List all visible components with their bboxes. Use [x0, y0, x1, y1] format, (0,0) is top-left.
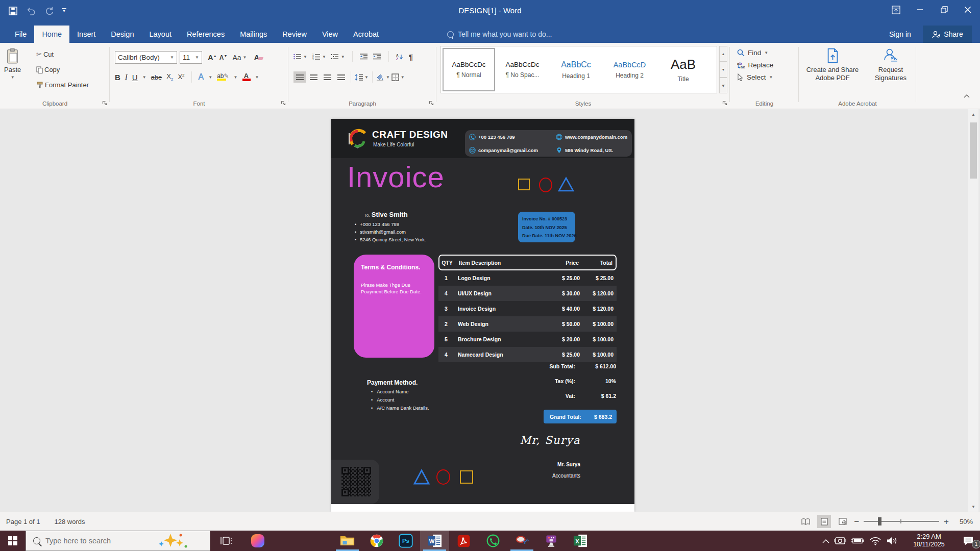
tab-insert[interactable]: Insert — [69, 26, 103, 43]
tab-review[interactable]: Review — [275, 26, 314, 43]
underline-button[interactable]: U — [132, 73, 138, 82]
show-marks-button[interactable]: ¶ — [409, 53, 413, 61]
borders-button[interactable]: ▼ — [391, 73, 405, 81]
align-right-button[interactable] — [321, 71, 333, 83]
taskbar-icon-screen-recorder[interactable] — [536, 531, 566, 551]
styles-gallery-expand[interactable]: ▼ — [719, 78, 727, 93]
battery-icon[interactable] — [851, 537, 865, 545]
taskbar-search[interactable] — [26, 531, 210, 551]
taskbar-icon-acrobat[interactable] — [449, 531, 478, 551]
tab-mailings[interactable]: Mailings — [232, 26, 275, 43]
font-color-button[interactable]: A — [242, 73, 251, 81]
tab-design[interactable]: Design — [103, 26, 141, 43]
multilevel-list-button[interactable]: ▼ — [331, 54, 345, 60]
decrease-indent-button[interactable] — [360, 54, 368, 60]
task-view-button[interactable] — [213, 531, 239, 551]
change-case-button[interactable]: Aa▼ — [230, 52, 249, 63]
cut-button[interactable]: ✂Cut — [34, 49, 91, 60]
request-signatures-button[interactable]: Request Signatures — [867, 48, 914, 83]
bullets-button[interactable]: ▼ — [293, 54, 307, 60]
style-heading2[interactable]: AaBbCcDHeading 2 — [603, 48, 656, 91]
tab-acrobat[interactable]: Acrobat — [346, 26, 386, 43]
style-normal[interactable]: AaBbCcDc¶ Normal — [443, 48, 495, 91]
style-heading1[interactable]: AaBbCcHeading 1 — [550, 48, 602, 91]
justify-button[interactable] — [335, 71, 347, 83]
underline-caret[interactable]: ▼ — [142, 75, 146, 80]
tray-expand-icon[interactable] — [822, 539, 829, 543]
taskbar-icon-whatsapp[interactable] — [478, 531, 507, 551]
styles-scroll-down[interactable]: ▼ — [719, 62, 727, 78]
format-painter-button[interactable]: Format Painter — [34, 80, 91, 90]
ribbon-display-options-button[interactable] — [884, 0, 908, 19]
styles-dialog-launcher[interactable] — [722, 101, 727, 106]
superscript-button[interactable]: X2 — [178, 73, 184, 81]
tab-home[interactable]: Home — [34, 26, 69, 43]
taskbar-icon-snip-tool[interactable]: ✂ — [507, 531, 536, 551]
search-input[interactable] — [45, 537, 155, 545]
styles-scroll-up[interactable]: ▲ — [719, 46, 727, 62]
minimize-button[interactable] — [908, 0, 932, 19]
print-layout-button[interactable] — [817, 515, 831, 528]
save-icon[interactable] — [8, 6, 18, 16]
highlight-button[interactable]: ab✎ — [217, 73, 229, 81]
volume-icon[interactable] — [886, 536, 898, 545]
zoom-slider[interactable] — [864, 521, 939, 522]
align-center-button[interactable] — [307, 71, 320, 83]
font-size-combo[interactable]: 11▼ — [180, 51, 202, 64]
start-button[interactable] — [0, 531, 26, 551]
sort-button[interactable]: AZ — [396, 54, 404, 60]
style-title[interactable]: AaBTitle — [657, 48, 709, 91]
paste-button[interactable]: Paste▼ — [4, 48, 21, 80]
vertical-scrollbar[interactable]: ▲ ▼ — [968, 109, 978, 512]
text-effects-button[interactable]: A — [199, 72, 204, 82]
tab-file[interactable]: File — [7, 26, 34, 43]
word-count[interactable]: 128 words — [55, 518, 85, 525]
copy-button[interactable]: Copy — [34, 64, 91, 75]
paragraph-dialog-launcher[interactable] — [429, 101, 434, 106]
increase-indent-button[interactable] — [373, 54, 381, 60]
restore-button[interactable] — [932, 0, 956, 19]
document-area[interactable]: CRAFT DESIGN Make Life Colorful +00 123 … — [0, 109, 980, 512]
copilot-button[interactable] — [246, 531, 270, 551]
replace-button[interactable]: ab↳acReplace — [737, 61, 773, 69]
read-mode-button[interactable] — [799, 515, 813, 528]
sign-in-link[interactable]: Sign in — [889, 26, 911, 43]
scroll-up-arrow[interactable]: ▲ — [968, 109, 978, 119]
zoom-slider-thumb[interactable] — [878, 517, 881, 525]
line-spacing-button[interactable]: ▼ — [355, 74, 369, 81]
shrink-font-button[interactable]: A▼ — [219, 54, 228, 61]
find-button[interactable]: Find▼ — [737, 49, 773, 57]
taskbar-icon-photoshop[interactable]: Ps — [391, 531, 420, 551]
collapse-ribbon-button[interactable] — [964, 94, 970, 98]
align-left-button[interactable] — [293, 71, 306, 83]
strikethrough-button[interactable]: abe — [151, 73, 162, 81]
wifi-icon[interactable] — [869, 536, 881, 545]
tray-clock[interactable]: 2:29 AM 10/11/2025 — [903, 533, 955, 549]
taskbar-icon-word[interactable]: W — [420, 531, 449, 551]
zoom-level[interactable]: 50% — [953, 518, 973, 525]
subscript-button[interactable]: X2 — [166, 72, 173, 82]
zoom-in-button[interactable]: + — [944, 517, 949, 526]
select-button[interactable]: Select▼ — [737, 73, 773, 81]
action-center-button[interactable]: 1 — [960, 536, 977, 546]
document-page[interactable]: CRAFT DESIGN Make Life Colorful +00 123 … — [331, 119, 634, 512]
cast-icon[interactable] — [834, 536, 846, 545]
page-indicator[interactable]: Page 1 of 1 — [6, 518, 40, 525]
web-layout-button[interactable] — [836, 515, 849, 528]
taskbar-icon-excel[interactable]: X — [566, 531, 595, 551]
create-share-pdf-button[interactable]: Create and Share Adobe PDF — [804, 48, 861, 83]
tell-me-box[interactable]: Tell me what you want to do... — [447, 26, 552, 43]
close-button[interactable] — [956, 0, 980, 19]
scroll-down-arrow[interactable]: ▼ — [968, 502, 978, 512]
font-dialog-launcher[interactable] — [281, 101, 286, 106]
taskbar-icon-file-explorer[interactable] — [333, 531, 362, 551]
italic-button[interactable]: I — [125, 73, 128, 82]
bold-button[interactable]: B — [115, 73, 120, 82]
redo-icon[interactable] — [44, 6, 54, 15]
clipboard-dialog-launcher[interactable] — [102, 101, 107, 106]
font-family-combo[interactable]: Calibri (Body)▼ — [115, 51, 177, 64]
undo-icon[interactable] — [26, 6, 36, 15]
share-button[interactable]: Share — [923, 26, 972, 43]
tab-view[interactable]: View — [314, 26, 346, 43]
customize-qat-icon[interactable]: ▾ — [62, 8, 66, 13]
